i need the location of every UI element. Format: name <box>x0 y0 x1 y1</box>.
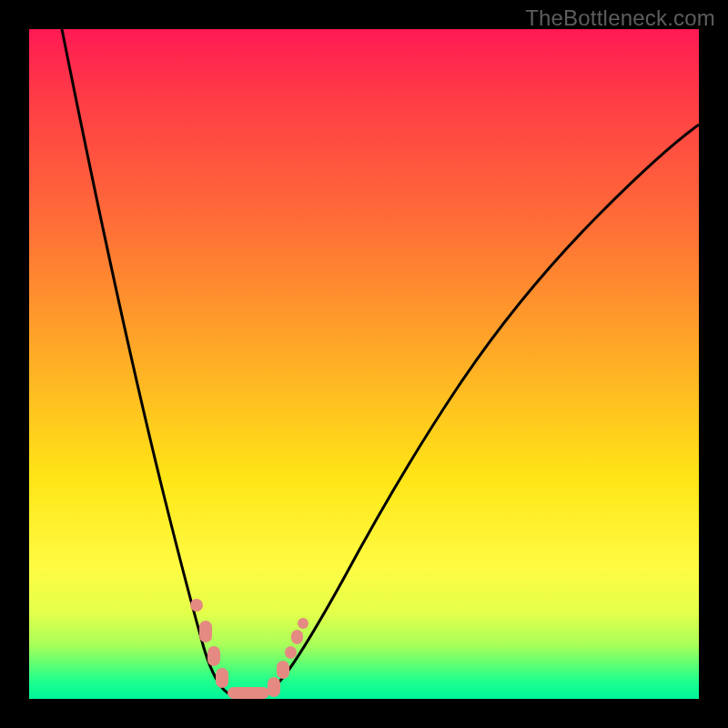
plot-area <box>29 29 699 699</box>
trough-marker <box>277 661 289 679</box>
trough-marker <box>199 621 212 642</box>
chart-frame: TheBottleneck.com <box>0 0 728 728</box>
trough-marker <box>285 646 297 659</box>
trough-marker <box>298 618 308 629</box>
trough-marker <box>291 630 303 644</box>
watermark-text: TheBottleneck.com <box>525 5 715 31</box>
bottleneck-curve <box>29 29 699 699</box>
trough-marker <box>268 677 280 697</box>
trough-marker <box>190 599 203 612</box>
trough-marker <box>207 646 220 666</box>
trough-marker <box>216 668 228 688</box>
trough-marker <box>228 687 269 699</box>
